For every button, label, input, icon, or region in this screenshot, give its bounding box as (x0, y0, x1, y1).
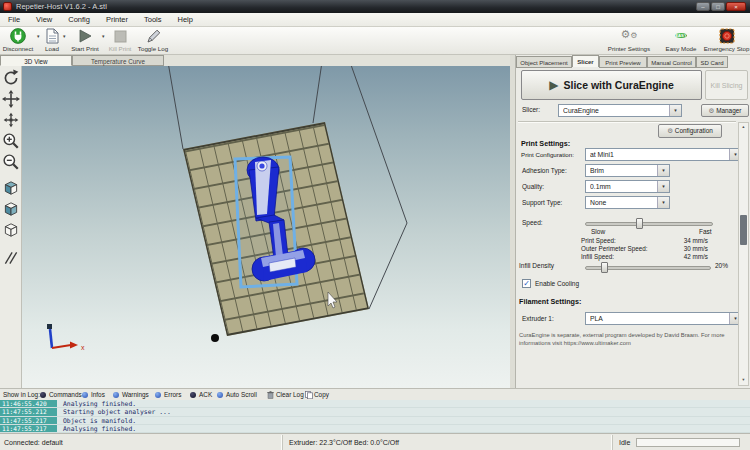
axis-x-label: x (81, 344, 85, 351)
filter-warnings[interactable]: Warnings (122, 391, 149, 398)
support-type-select[interactable]: None ▾ (585, 196, 670, 209)
load-dropdown-arrow[interactable]: ▾ (63, 33, 66, 39)
menu-config[interactable]: Config (60, 13, 98, 26)
infill-density-slider-thumb[interactable] (601, 262, 608, 273)
move-object-icon[interactable] (2, 111, 20, 129)
trash-icon (267, 391, 274, 400)
start-print-dropdown-arrow[interactable]: ▾ (102, 33, 105, 39)
tab-print-preview[interactable]: Print Preview (599, 56, 647, 68)
maximize-button[interactable]: □ (711, 2, 725, 11)
support-type-label: Support Type: (522, 199, 562, 206)
infill-speed-label: Infill Speed: (581, 253, 614, 260)
slicer-tab-strip: Object Placement Slicer Print Preview Ma… (516, 55, 728, 67)
slice-play-icon: ▶ (549, 78, 558, 92)
enable-cooling-checkbox[interactable]: ✓ (522, 279, 531, 288)
warnings-filter-icon (113, 392, 119, 398)
tab-slicer[interactable]: Slicer (572, 55, 599, 67)
easy-mode-button[interactable]: EASY Easy Mode (659, 27, 703, 54)
disconnect-dropdown-arrow[interactable]: ▾ (37, 33, 40, 39)
log-timestamp: 11:47:55.217 (0, 425, 57, 432)
temperature-status: Extruder: 22.3°C/Off Bed: 0.0°C/Off (283, 435, 613, 450)
isometric-view-icon[interactable] (2, 179, 20, 197)
print-configuration-select[interactable]: at Mini1 ▾ (585, 148, 742, 161)
window-title: Repetier-Host V1.6.2 - A.stl (16, 2, 107, 11)
infos-filter-icon (82, 392, 88, 398)
speed-slider[interactable] (585, 222, 713, 226)
stop-square-icon (106, 28, 134, 45)
quality-select[interactable]: 0.1mm ▾ (585, 180, 670, 193)
panel-scrollbar[interactable]: ▴ ▾ (738, 122, 749, 386)
filter-errors[interactable]: Errors (164, 391, 181, 398)
toggle-log-button[interactable]: Toggle Log (134, 27, 172, 54)
scene-overlay: x (22, 66, 510, 388)
menu-help[interactable]: Help (170, 13, 201, 26)
menu-printer[interactable]: Printer (98, 13, 136, 26)
tab-3d-view[interactable]: 3D View (0, 55, 72, 66)
scroll-down-icon[interactable]: ▾ (739, 376, 748, 384)
adhesion-type-select[interactable]: Brim ▾ (585, 164, 670, 177)
extruder-select[interactable]: PLA ▾ (585, 312, 742, 325)
adhesion-type-label: Adhesion Type: (522, 167, 567, 174)
front-view-icon[interactable] (2, 200, 20, 218)
enable-cooling-label: Enable Cooling (535, 280, 579, 287)
copy-icon (305, 391, 313, 400)
print-speed-value: 34 mm/s (656, 237, 708, 244)
menu-file[interactable]: File (0, 13, 28, 26)
tab-object-placement[interactable]: Object Placement (516, 56, 572, 68)
scroll-up-icon[interactable]: ▴ (739, 123, 748, 131)
slicer-select[interactable]: CuraEngine ▾ (558, 104, 682, 117)
rotate-view-icon[interactable] (2, 69, 20, 87)
menu-tools[interactable]: Tools (136, 13, 170, 26)
filter-infos[interactable]: Infos (91, 391, 105, 398)
printer-settings-button[interactable]: ⚙⚙ Printer Settings (600, 27, 658, 54)
log-timestamp: 11:47:55.212 (0, 408, 57, 415)
infill-speed-value: 42 mm/s (656, 253, 708, 260)
filter-ack[interactable]: ACK (199, 391, 212, 398)
menu-view[interactable]: View (28, 13, 60, 26)
filter-commands[interactable]: Commands (49, 391, 82, 398)
kill-print-button: Kill Print (106, 27, 134, 54)
speed-label: Speed: (522, 219, 543, 226)
slice-button[interactable]: ▶ Slice with CuraEngine (521, 70, 702, 100)
disconnect-button[interactable]: Disconnect (0, 27, 36, 54)
title-bar: Repetier-Host V1.6.2 - A.stl – □ × (0, 0, 750, 13)
log-message: Analysing finished. (57, 400, 750, 407)
ack-filter-icon (190, 392, 196, 398)
close-button[interactable]: × (726, 2, 746, 11)
panel-scroll-thumb[interactable] (740, 215, 747, 245)
manager-button[interactable]: ⚙ Manager (701, 104, 749, 117)
minimize-button[interactable]: – (696, 2, 710, 11)
copy-button[interactable]: Copy (314, 391, 329, 398)
top-view-icon[interactable] (2, 221, 20, 239)
view-toolbar (0, 66, 22, 388)
emergency-stop-button[interactable]: Emergency Stop (703, 27, 750, 54)
log-timestamp: 11:47:55.217 (0, 417, 57, 424)
filament-settings-heading: Filament Settings: (519, 297, 581, 306)
gear-icon: ⚙ (709, 107, 715, 114)
log-message: Starting object analyser ... (57, 408, 750, 415)
zoom-out-icon[interactable] (2, 153, 20, 171)
extruder-label: Extruder 1: (522, 315, 554, 322)
bed-origin-dot (211, 334, 219, 342)
printer-state: Idle (619, 439, 630, 446)
log-message: Object is manifold. (57, 417, 750, 424)
configuration-button[interactable]: ⚙ Configuration (658, 124, 722, 138)
gears-icon: ⚙⚙ (600, 28, 658, 45)
status-bar: Connected: default Extruder: 22.3°C/Off … (0, 433, 750, 450)
log-toolbar: Show in Log: Commands Infos Warnings Err… (0, 388, 750, 400)
tab-sd-card[interactable]: SD Card (696, 56, 728, 68)
clear-log-button[interactable]: Clear Log (276, 391, 304, 398)
dropdown-arrow-icon: ▾ (657, 165, 669, 176)
speed-slider-thumb[interactable] (636, 218, 643, 229)
3d-viewport[interactable]: x (22, 66, 510, 388)
filter-auto-scroll[interactable]: Auto Scroll (226, 391, 257, 398)
log-message: Analysing finished. (57, 425, 750, 432)
tab-manual-control[interactable]: Manual Control (647, 56, 696, 68)
pan-view-icon[interactable] (2, 90, 20, 108)
start-print-button[interactable]: Start Print (68, 27, 102, 54)
zoom-in-icon[interactable] (2, 132, 20, 150)
load-button[interactable]: Load (42, 27, 62, 54)
tab-temperature-curve[interactable]: Temperature Curve (72, 55, 164, 66)
log-area[interactable]: 11:46:55.420 Analysing finished. 11:47:5… (0, 400, 750, 433)
parallel-projection-icon[interactable] (2, 249, 20, 267)
